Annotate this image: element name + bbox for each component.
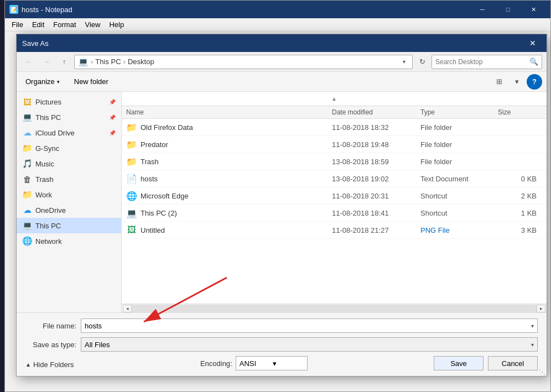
maximize-button[interactable]: □ bbox=[495, 1, 521, 18]
file-name-cell: 📁 Trash bbox=[126, 156, 332, 167]
up-icon: ↑ bbox=[63, 58, 66, 66]
resize-handle[interactable]: ⋱ bbox=[539, 368, 545, 375]
file-row[interactable]: 🌐 Microsoft Edge 11-08-2018 20:31 Shortc… bbox=[122, 187, 547, 205]
organize-button[interactable]: Organize ▾ bbox=[21, 76, 64, 87]
file-name: hosts bbox=[141, 175, 158, 183]
file-row[interactable]: 📁 Trash 13-08-2018 18:59 File folder bbox=[122, 153, 547, 170]
address-desktop: Desktop bbox=[128, 58, 154, 66]
dialog-toolbar2: Organize ▾ New folder ⊞ ▾ ? bbox=[17, 72, 547, 92]
filename-dropdown-icon: ▾ bbox=[531, 323, 534, 329]
view-dropdown-button[interactable]: ▾ bbox=[509, 75, 524, 89]
horizontal-scrollbar[interactable]: ◂ ▸ bbox=[122, 304, 547, 312]
back-button[interactable]: ← bbox=[21, 55, 37, 69]
up-button[interactable]: ↑ bbox=[56, 55, 72, 69]
hide-folders-label[interactable]: Hide Folders bbox=[33, 360, 74, 369]
sidebar-item-icloud[interactable]: ☁ iCloud Drive 📌 bbox=[17, 125, 121, 140]
file-table-header: Name Date modified Type Size bbox=[122, 106, 547, 119]
col-type[interactable]: Type bbox=[420, 108, 498, 116]
file-row[interactable]: 📄 hosts 13-08-2018 19:02 Text Document 0… bbox=[122, 170, 547, 187]
menu-format[interactable]: Format bbox=[49, 19, 80, 30]
menu-edit[interactable]: Edit bbox=[28, 19, 49, 30]
scroll-left-button[interactable]: ◂ bbox=[123, 305, 132, 312]
col-name[interactable]: Name bbox=[126, 108, 332, 116]
sidebar-item-trash[interactable]: 🗑 Trash bbox=[17, 171, 121, 187]
col-date[interactable]: Date modified bbox=[332, 108, 420, 116]
file-name-cell: 📁 Old Firefox Data bbox=[126, 122, 332, 133]
file-row[interactable]: 📁 Old Firefox Data 11-08-2018 18:32 File… bbox=[122, 119, 547, 136]
file-size: 2 KB bbox=[498, 192, 542, 200]
this-pc-nav-icon: 💻 bbox=[22, 221, 32, 231]
sidebar-item-network[interactable]: 🌐 Network bbox=[17, 233, 121, 249]
file-size: 3 KB bbox=[498, 226, 542, 234]
sidebar-item-music[interactable]: 🎵 Music bbox=[17, 156, 121, 171]
cancel-button[interactable]: Cancel bbox=[488, 356, 538, 370]
scroll-track[interactable] bbox=[132, 305, 537, 312]
minimize-button[interactable]: ─ bbox=[470, 1, 495, 18]
menu-help[interactable]: Help bbox=[105, 19, 128, 30]
titlebar-controls: ─ □ ✕ bbox=[470, 1, 546, 18]
save-button[interactable]: Save bbox=[434, 356, 484, 370]
view-button[interactable]: ⊞ bbox=[491, 75, 507, 89]
refresh-button[interactable]: ↻ bbox=[415, 55, 429, 69]
dialog-close-button[interactable]: ✕ bbox=[524, 36, 541, 50]
collapse-icon[interactable]: ▲ bbox=[331, 96, 337, 102]
encoding-dropdown[interactable]: ANSI ▾ bbox=[236, 356, 308, 370]
file-type: File folder bbox=[420, 123, 498, 132]
col-size[interactable]: Size bbox=[498, 108, 542, 116]
file-name: Trash bbox=[141, 158, 159, 166]
filename-input[interactable] bbox=[85, 322, 531, 330]
search-icon: 🔍 bbox=[529, 58, 538, 66]
file-type: Shortcut bbox=[420, 192, 498, 200]
close-button[interactable]: ✕ bbox=[521, 1, 546, 18]
action-buttons: Save Cancel bbox=[434, 356, 538, 370]
file-date: 13-08-2018 19:02 bbox=[332, 175, 420, 183]
file-date: 11-08-2018 21:27 bbox=[332, 226, 420, 234]
address-bar[interactable]: 💻 › This PC › Desktop ▾ bbox=[74, 55, 413, 69]
view-icon: ⊞ bbox=[496, 77, 502, 86]
encoding-value: ANSI bbox=[240, 359, 256, 368]
search-input[interactable] bbox=[435, 58, 529, 66]
toolbar2-right: ⊞ ▾ ? bbox=[491, 74, 542, 90]
file-row[interactable]: 📁 Predator 11-08-2018 19:48 File folder bbox=[122, 136, 547, 153]
sidebar-item-this-pc-nav[interactable]: 💻 This PC bbox=[17, 218, 121, 233]
scroll-right-button[interactable]: ▸ bbox=[537, 305, 545, 312]
sidebar-item-work[interactable]: 📁 Work bbox=[17, 187, 121, 202]
this-pc-icon: 💻 bbox=[22, 112, 32, 122]
hide-folders-row: ▲ Hide Folders bbox=[25, 360, 74, 369]
view-dropdown-icon: ▾ bbox=[515, 77, 519, 86]
new-folder-button[interactable]: New folder bbox=[69, 76, 114, 87]
trash-icon: 🗑 bbox=[22, 174, 32, 184]
music-icon: 🎵 bbox=[22, 159, 32, 169]
help-button[interactable]: ? bbox=[527, 74, 542, 90]
file-name-cell: 💻 This PC (2) bbox=[126, 207, 332, 218]
notepad-icon: 📝 bbox=[9, 5, 18, 14]
sidebar-item-onedrive[interactable]: ☁ OneDrive bbox=[17, 202, 121, 218]
forward-button[interactable]: → bbox=[39, 55, 54, 69]
dialog-bottom: File name: ▾ Save as type: All Files ▾ ▲… bbox=[17, 312, 547, 376]
file-name-cell: 🌐 Microsoft Edge bbox=[126, 190, 332, 201]
sidebar-item-this-pc[interactable]: 💻 This PC 📌 bbox=[17, 109, 121, 125]
savetype-row: Save as type: All Files ▾ bbox=[25, 337, 538, 352]
sidebar-label-network: Network bbox=[35, 237, 62, 245]
file-row[interactable]: 🖼 Untitled 11-08-2018 21:27 PNG File 3 K… bbox=[122, 222, 547, 239]
dialog-titlebar: Save As ✕ bbox=[17, 34, 547, 52]
filename-input-container[interactable]: ▾ bbox=[81, 318, 538, 333]
search-bar[interactable]: 🔍 bbox=[432, 55, 542, 69]
savetype-dropdown[interactable]: All Files ▾ bbox=[81, 337, 538, 352]
network-icon: 🌐 bbox=[22, 236, 32, 246]
menu-file[interactable]: File bbox=[7, 19, 28, 30]
sidebar-label-pictures: Pictures bbox=[35, 98, 61, 106]
file-row[interactable]: 💻 This PC (2) 11-08-2018 18:41 Shortcut … bbox=[122, 205, 547, 222]
sidebar-item-pictures[interactable]: 🖼 Pictures 📌 bbox=[17, 94, 121, 109]
encoding-dropdown-icon: ▾ bbox=[273, 359, 277, 368]
address-dropdown-button[interactable]: ▾ bbox=[399, 55, 409, 69]
dialog-title: Save As bbox=[22, 39, 49, 48]
file-name-cell: 🖼 Untitled bbox=[126, 224, 332, 236]
file-area: ▲ Name Date modified Type Size 📁 Old Fir… bbox=[122, 92, 547, 312]
notepad-title: hosts - Notepad bbox=[22, 6, 72, 14]
sidebar-item-g-sync[interactable]: 📁 G-Sync bbox=[17, 140, 121, 156]
sidebar-label-music: Music bbox=[35, 160, 54, 168]
savetype-value: All Files bbox=[85, 341, 531, 349]
menu-view[interactable]: View bbox=[81, 19, 105, 30]
file-type: Text Document bbox=[420, 175, 498, 183]
